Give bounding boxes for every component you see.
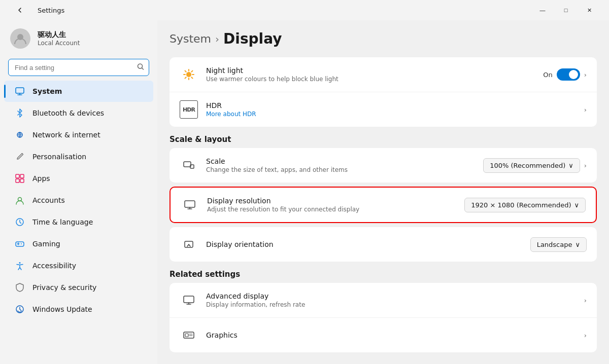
night-light-title: Night light [206,66,543,75]
sidebar-item-label-accounts: Accounts [32,196,65,204]
scale-row[interactable]: Scale Change the size of text, apps, and… [170,148,597,183]
nav-list: SystemBluetooth & devicesNetwork & inter… [0,80,157,320]
search-input[interactable] [8,59,149,76]
user-profile[interactable]: 驱动人生 Local Account [0,20,157,57]
title-bar-controls: — □ ✕ [531,2,601,18]
graphics-icon [180,326,198,344]
display-resolution-text: Display resolution Adjust the resolution… [207,197,464,213]
night-light-toggle[interactable] [557,68,580,81]
scale-text: Scale Change the size of text, apps, and… [206,157,483,173]
breadcrumb-current: Display [223,30,282,47]
maximize-button[interactable]: □ [554,2,578,18]
svg-rect-8 [20,179,24,183]
sidebar-item-label-update: Windows Update [32,305,92,313]
advanced-display-icon [180,291,198,309]
user-type: Local Account [38,40,80,47]
sidebar-item-label-bluetooth: Bluetooth & devices [32,109,104,117]
hdr-icon: HDR [180,100,198,119]
sidebar-item-network[interactable]: Network & internet [4,124,153,145]
svg-rect-26 [184,162,191,167]
sidebar-item-gaming[interactable]: Gaming [4,233,153,254]
svg-point-17 [186,72,191,77]
display-orientation-icon [180,235,198,253]
sidebar-item-label-system: System [32,87,62,95]
avatar [10,28,30,49]
breadcrumb-parent[interactable]: System [170,32,211,45]
graphics-text: Graphics [206,331,584,339]
hdr-text: HDR More about HDR [206,101,584,118]
sidebar-item-privacy[interactable]: Privacy & security [4,277,153,298]
close-button[interactable]: ✕ [578,2,601,18]
sidebar-item-label-apps: Apps [32,174,50,183]
night-light-right: On › [543,68,587,81]
accessibility-nav-icon [14,260,25,271]
graphics-chevron: › [584,332,587,339]
display-orientation-dropdown[interactable]: Landscape ∨ [530,237,587,252]
scale-title: Scale [206,157,483,165]
night-light-icon [180,65,198,84]
sidebar-item-label-personalisation: Personalisation [32,153,86,161]
privacy-nav-icon [14,282,25,293]
hdr-title: HDR [206,101,584,110]
display-resolution-card: Display resolution Adjust the resolution… [170,187,597,223]
sidebar-item-label-network: Network & internet [32,131,100,139]
back-button[interactable] [8,2,31,18]
svg-rect-32 [184,296,194,303]
advanced-display-title: Advanced display [206,292,584,300]
app-title: Settings [38,7,64,14]
sidebar-item-apps[interactable]: Apps [4,168,153,189]
advanced-display-right: › [584,297,587,304]
display-resolution-dropdown-chevron: ∨ [574,201,579,209]
scale-icon [180,156,198,174]
sidebar-item-label-accessibility: Accessibility [32,262,76,270]
night-light-row[interactable]: Night light Use warmer colours to help b… [170,57,597,92]
advanced-display-chevron: › [584,297,587,304]
scale-card: Scale Change the size of text, apps, and… [170,148,597,183]
sidebar-item-update[interactable]: Windows Update [4,299,153,320]
gaming-nav-icon [14,238,25,249]
main-content: System › Display [157,20,609,364]
scale-subtitle: Change the size of text, apps, and other… [206,166,483,173]
sidebar-item-label-time: Time & language [32,218,93,226]
hdr-row[interactable]: HDR HDR More about HDR › [170,92,597,127]
display-resolution-dropdown[interactable]: 1920 × 1080 (Recommended) ∨ [464,198,586,212]
svg-rect-2 [16,88,24,93]
display-orientation-dropdown-chevron: ∨ [575,241,580,248]
sidebar-item-system[interactable]: System [4,81,153,102]
display-orientation-dropdown-value: Landscape [537,241,572,248]
display-resolution-row[interactable]: Display resolution Adjust the resolution… [171,188,596,222]
display-resolution-subtitle: Adjust the resolution to fit your connec… [207,206,464,213]
advanced-display-text: Advanced display Display information, re… [206,292,584,308]
sidebar-item-personalisation[interactable]: Personalisation [4,146,153,167]
apps-nav-icon [14,173,25,184]
orientation-card: Display orientation Landscape ∨ [170,227,597,262]
breadcrumb-separator: › [215,33,219,45]
advanced-display-subtitle: Display information, refresh rate [206,301,584,308]
accounts-nav-icon [14,195,25,206]
graphics-row[interactable]: Graphics › [170,318,597,352]
hdr-subtitle[interactable]: More about HDR [206,111,584,118]
advanced-display-row[interactable]: Advanced display Display information, re… [170,283,597,318]
sidebar-item-accessibility[interactable]: Accessibility [4,255,153,276]
time-nav-icon [14,216,25,228]
night-light-toggle-label: On [543,71,552,79]
svg-rect-7 [16,179,19,183]
sidebar: 驱动人生 Local Account SystemBluetooth & dev… [0,20,157,364]
svg-line-23 [191,77,192,78]
graphics-right: › [584,332,587,339]
minimize-button[interactable]: — [531,2,554,18]
night-light-toggle-knob [569,70,578,79]
svg-rect-5 [16,174,19,178]
sidebar-item-bluetooth[interactable]: Bluetooth & devices [4,102,153,124]
scale-dropdown[interactable]: 100% (Recommended) ∨ [483,158,580,173]
svg-rect-11 [16,242,24,246]
sidebar-item-time[interactable]: Time & language [4,211,153,233]
sidebar-item-accounts[interactable]: Accounts [4,190,153,211]
svg-line-25 [185,77,186,78]
search-box[interactable] [8,59,149,76]
svg-rect-36 [185,334,188,337]
related-settings-title: Related settings [170,270,597,279]
sidebar-item-label-privacy: Privacy & security [32,283,96,292]
bluetooth-nav-icon [14,107,25,119]
display-orientation-row[interactable]: Display orientation Landscape ∨ [170,227,597,262]
